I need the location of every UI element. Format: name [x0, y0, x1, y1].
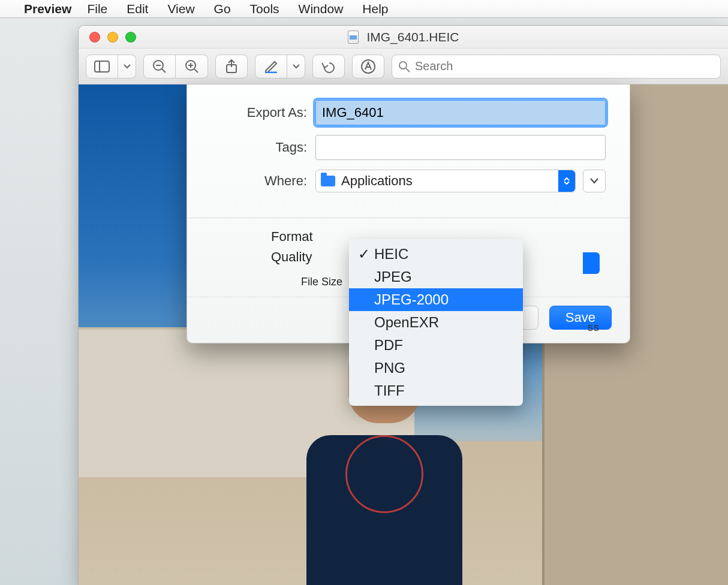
- desktop: IMG_6401.HEIC: [0, 18, 728, 585]
- svg-rect-0: [95, 61, 109, 72]
- preview-window: IMG_6401.HEIC: [78, 25, 728, 585]
- export-as-field[interactable]: [315, 100, 606, 125]
- window-title: IMG_6401.HEIC: [79, 30, 728, 44]
- share-button[interactable]: [215, 55, 248, 79]
- format-dropdown-menu[interactable]: ✓HEIC JPEG JPEG-2000 OpenEXR PDF PNG TIF…: [349, 239, 523, 406]
- macos-menubar: Preview File Edit View Go Tools Window H…: [0, 0, 728, 18]
- sidebar-options-button[interactable]: [118, 55, 136, 79]
- checkmark-icon: ✓: [357, 246, 371, 263]
- save-button[interactable]: Save: [549, 306, 612, 330]
- search-field[interactable]: [392, 55, 721, 79]
- zoom-out-button[interactable]: [143, 55, 176, 79]
- format-select[interactable]: [583, 252, 600, 274]
- menu-file[interactable]: File: [87, 2, 107, 16]
- quality-value-partial: ss: [588, 321, 600, 334]
- folder-icon: [321, 176, 335, 186]
- menu-edit[interactable]: Edit: [127, 2, 148, 16]
- export-sheet: Export As: Tags: Where: Applications: [186, 85, 630, 343]
- window-title-text: IMG_6401.HEIC: [366, 30, 459, 44]
- where-value: Applications: [341, 173, 558, 189]
- svg-line-3: [162, 69, 166, 73]
- zoom-in-button[interactable]: [176, 55, 208, 79]
- highlight-button[interactable]: [255, 55, 287, 79]
- rotate-button[interactable]: [312, 55, 345, 79]
- format-option-openexr[interactable]: OpenEXR: [349, 311, 523, 334]
- tags-label: Tags:: [211, 140, 307, 155]
- expand-save-panel-button[interactable]: [583, 170, 606, 192]
- tags-field[interactable]: [315, 135, 606, 160]
- filesize-label: File Size: [301, 276, 342, 288]
- search-input[interactable]: [415, 59, 714, 73]
- format-option-tiff[interactable]: TIFF: [349, 379, 523, 402]
- image-canvas: Export As: Tags: Where: Applications: [79, 85, 728, 585]
- format-option-jpeg[interactable]: JPEG: [349, 266, 523, 288]
- menu-go[interactable]: Go: [214, 2, 231, 16]
- menu-tools[interactable]: Tools: [250, 2, 279, 16]
- menu-view[interactable]: View: [167, 2, 194, 16]
- highlight-options-button[interactable]: [287, 55, 305, 79]
- menu-window[interactable]: Window: [299, 2, 344, 16]
- format-option-pdf[interactable]: PDF: [349, 334, 523, 357]
- svg-line-6: [194, 69, 198, 73]
- search-icon: [398, 61, 410, 73]
- format-label: Format: [271, 229, 313, 245]
- document-proxy-icon[interactable]: [348, 31, 359, 44]
- svg-point-13: [399, 62, 407, 69]
- format-option-jpeg-2000[interactable]: JPEG-2000: [349, 288, 523, 311]
- format-option-heic[interactable]: ✓HEIC: [349, 243, 523, 266]
- export-as-label: Export As:: [211, 105, 307, 120]
- window-titlebar[interactable]: IMG_6401.HEIC: [79, 26, 728, 49]
- markup-button[interactable]: [352, 55, 384, 79]
- app-menu[interactable]: Preview: [24, 2, 71, 16]
- quality-label: Quality: [271, 249, 312, 265]
- svg-line-14: [406, 68, 410, 72]
- sidebar-toggle-button[interactable]: [86, 55, 118, 79]
- where-select[interactable]: Applications: [315, 170, 576, 192]
- toolbar: [79, 49, 728, 85]
- format-option-png[interactable]: PNG: [349, 357, 523, 379]
- select-stepper-icon: [558, 170, 575, 192]
- menu-help[interactable]: Help: [362, 2, 388, 16]
- where-label: Where:: [211, 173, 307, 189]
